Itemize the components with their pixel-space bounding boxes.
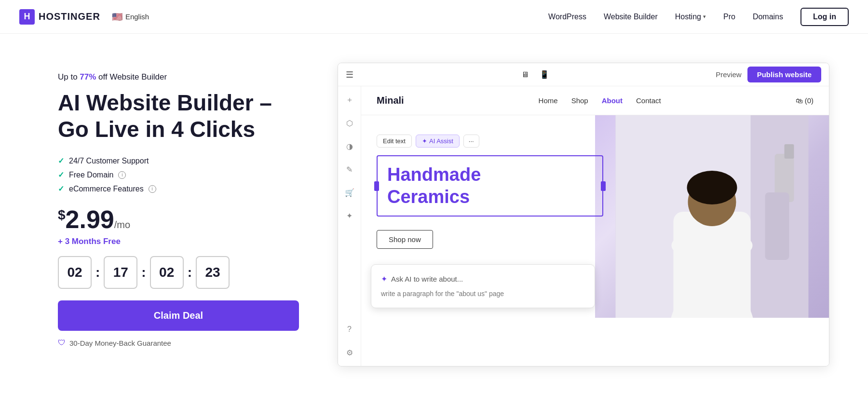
preview-button[interactable]: Preview — [716, 70, 741, 79]
logo-icon: H — [19, 9, 35, 25]
header-left: H HOSTINGER 🇺🇸 English — [19, 9, 153, 25]
add-icon[interactable]: ＋ — [342, 92, 357, 108]
main-content: Up to 77% off Website Builder AI Website… — [0, 34, 868, 386]
builder-topbar-right: Preview Publish website — [716, 67, 821, 82]
countdown-timer: 02 : 17 : 02 : 23 — [58, 256, 299, 289]
countdown-sep: : — [95, 265, 100, 280]
ai-assist-button[interactable]: ✦ AI Assist — [416, 135, 460, 148]
info-icon[interactable]: i — [118, 171, 126, 179]
check-icon: ✓ — [58, 170, 64, 179]
feature-item-domain: ✓ Free Domain i — [58, 170, 299, 179]
builder-topbar-left: ☰ — [346, 69, 353, 80]
nav-wordpress[interactable]: WordPress — [548, 13, 586, 21]
site-nav-contact[interactable]: Contact — [636, 96, 661, 105]
countdown-sep: : — [141, 265, 146, 280]
layers-icon[interactable]: ⬡ — [342, 115, 357, 131]
more-options-button[interactable]: ··· — [463, 135, 479, 148]
palette-icon[interactable]: ◑ — [342, 138, 357, 154]
sparkle-icon: ✦ — [422, 137, 427, 145]
builder-topbar-center: 🖥 📱 — [519, 69, 550, 81]
site-nav-shop[interactable]: Shop — [571, 96, 588, 105]
nav-website-builder[interactable]: Website Builder — [604, 13, 658, 21]
builder-topbar: ☰ 🖥 📱 Preview Publish website — [338, 63, 829, 86]
svg-point-5 — [687, 171, 737, 204]
nav-pro[interactable]: Pro — [723, 13, 735, 21]
site-brand: Minali — [377, 95, 404, 106]
countdown-ms: 23 — [196, 256, 230, 289]
info-icon[interactable]: i — [149, 185, 156, 193]
builder-canvas: Minali Home Shop About Contact 🛍 (0) — [361, 86, 829, 366]
price-period: /mo — [114, 219, 130, 230]
nav-hosting-dropdown[interactable]: Hosting ▾ — [675, 13, 706, 21]
price-block: $2.99/mo — [58, 207, 299, 232]
chevron-down-icon: ▾ — [703, 14, 706, 20]
main-nav: WordPress Website Builder Hosting ▾ Pro … — [548, 8, 849, 26]
nav-hosting-label: Hosting — [675, 13, 701, 21]
promo-text: Up to 77% off Website Builder — [58, 72, 299, 82]
tablet-icon[interactable]: 📱 — [539, 69, 550, 81]
header: H HOSTINGER 🇺🇸 English WordPress Website… — [0, 0, 868, 34]
left-panel: Up to 77% off Website Builder AI Website… — [58, 63, 299, 347]
site-heading-box[interactable]: HandmadeCeramics — [377, 155, 603, 217]
help-icon[interactable]: ? — [342, 322, 357, 337]
element-icon[interactable]: ✦ — [342, 208, 357, 223]
promo-percent: 77% — [80, 72, 96, 81]
shop-now-button[interactable]: Shop now — [377, 230, 433, 249]
ai-prompt-overlay: ✦ Ask AI to write about... — [371, 264, 595, 308]
countdown-hours: 02 — [58, 256, 92, 289]
edit-icon[interactable]: ✎ — [342, 162, 357, 177]
feature-item-support: ✓ 24/7 Customer Support — [58, 156, 299, 165]
price-dollar: $ — [58, 207, 66, 222]
cart-icon[interactable]: 🛒 — [342, 185, 357, 200]
edit-text-button[interactable]: Edit text — [377, 135, 412, 148]
svg-rect-8 — [765, 192, 789, 260]
feature-item-ecommerce: ✓ eCommerce Features i — [58, 184, 299, 193]
site-nav: Minali Home Shop About Contact 🛍 (0) — [361, 86, 829, 115]
guarantee-text: 🛡 30-Day Money-Back Guarantee — [58, 339, 299, 347]
login-button[interactable]: Log in — [800, 8, 849, 26]
publish-button[interactable]: Publish website — [747, 67, 821, 82]
feature-label: Free Domain — [69, 171, 113, 179]
price-display: $2.99/mo — [58, 205, 130, 233]
feature-list: ✓ 24/7 Customer Support ✓ Free Domain i … — [58, 156, 299, 193]
logo[interactable]: H HOSTINGER — [19, 9, 100, 25]
countdown-seconds: 02 — [150, 256, 184, 289]
cart-bag-icon: 🛍 — [796, 96, 803, 105]
svg-rect-3 — [674, 212, 751, 318]
cart-count: (0) — [805, 96, 814, 105]
guarantee-label: 30-Day Money-Back Guarantee — [69, 339, 171, 347]
countdown-sep: : — [188, 265, 192, 280]
nav-domains[interactable]: Domains — [753, 13, 783, 21]
language-selector[interactable]: 🇺🇸 English — [108, 10, 153, 24]
hamburger-icon[interactable]: ☰ — [346, 69, 353, 80]
builder-toolbar: ＋ ⬡ ◑ ✎ 🛒 ✦ ? ⚙ — [338, 86, 361, 366]
claim-deal-button[interactable]: Claim Deal — [58, 300, 299, 331]
desktop-icon[interactable]: 🖥 — [519, 69, 531, 81]
language-label: English — [125, 13, 149, 21]
builder-body: ＋ ⬡ ◑ ✎ 🛒 ✦ ? ⚙ Minali Home — [338, 86, 829, 366]
cart-icon-wrapper[interactable]: 🛍 (0) — [796, 96, 814, 105]
site-preview: Minali Home Shop About Contact 🛍 (0) — [361, 86, 829, 366]
edit-toolbar: Edit text ✦ AI Assist ··· — [377, 135, 603, 148]
logo-text: HOSTINGER — [39, 11, 100, 22]
site-nav-home[interactable]: Home — [539, 96, 558, 105]
site-nav-links: Home Shop About Contact — [539, 96, 661, 105]
site-nav-about[interactable]: About — [602, 96, 623, 105]
feature-label: 24/7 Customer Support — [69, 157, 149, 165]
site-hero: Edit text ✦ AI Assist ··· HandmadeCerami… — [361, 115, 829, 318]
price-bonus: + 3 Months Free — [58, 237, 299, 246]
check-icon: ✓ — [58, 184, 64, 193]
flag-icon: 🇺🇸 — [112, 12, 122, 22]
main-title: AI Website Builder – Go Live in 4 Clicks — [58, 90, 299, 143]
ai-prompt-label: Ask AI to write about... — [391, 275, 463, 283]
check-icon: ✓ — [58, 156, 64, 165]
site-heading: HandmadeCeramics — [387, 164, 593, 208]
settings-icon[interactable]: ⚙ — [342, 345, 357, 360]
ai-prompt-header: ✦ Ask AI to write about... — [381, 274, 585, 284]
hero-image-svg — [595, 115, 829, 318]
builder-preview: ☰ 🖥 📱 Preview Publish website ＋ ⬡ ◑ ✎ 🛒 … — [338, 63, 829, 366]
countdown-minutes: 17 — [104, 256, 137, 289]
svg-rect-7 — [785, 144, 794, 159]
ai-prompt-input[interactable] — [381, 290, 585, 298]
shield-icon: 🛡 — [58, 339, 66, 347]
